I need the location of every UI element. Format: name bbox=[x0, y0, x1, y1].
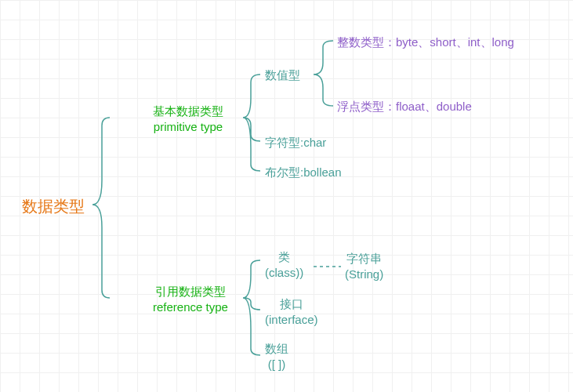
primitive-cn: 基本数据类型 bbox=[153, 103, 223, 119]
interface-node: 接口 (interface) bbox=[265, 296, 318, 327]
primitive-node: 基本数据类型 primitive type bbox=[153, 103, 223, 134]
string-en: (String) bbox=[345, 267, 383, 282]
reference-node: 引用数据类型 reference type bbox=[153, 284, 228, 314]
class-en: (class)) bbox=[265, 265, 303, 281]
reference-cn: 引用数据类型 bbox=[153, 284, 228, 299]
array-node: 数组 ([ ]) bbox=[265, 341, 288, 372]
interface-cn: 接口 bbox=[265, 296, 318, 312]
string-cn: 字符串 bbox=[345, 251, 383, 267]
char-node: 字符型:char bbox=[265, 135, 326, 151]
reference-en: reference type bbox=[153, 299, 228, 315]
bool-node: 布尔型:bollean bbox=[265, 165, 342, 180]
interface-en: (interface) bbox=[265, 312, 318, 328]
class-node: 类 (class)) bbox=[265, 249, 303, 280]
array-en: ([ ]) bbox=[265, 357, 288, 372]
numeric-node: 数值型 bbox=[265, 67, 300, 83]
class-cn: 类 bbox=[265, 249, 303, 265]
root-node: 数据类型 bbox=[22, 196, 85, 216]
array-cn: 数组 bbox=[265, 341, 288, 357]
integer-node: 整数类型：byte、short、int、long bbox=[337, 34, 514, 50]
string-node: 字符串 (String) bbox=[345, 251, 383, 281]
primitive-en: primitive type bbox=[153, 119, 223, 135]
grid-background bbox=[0, 0, 573, 392]
float-node: 浮点类型：floaat、double bbox=[337, 99, 472, 114]
